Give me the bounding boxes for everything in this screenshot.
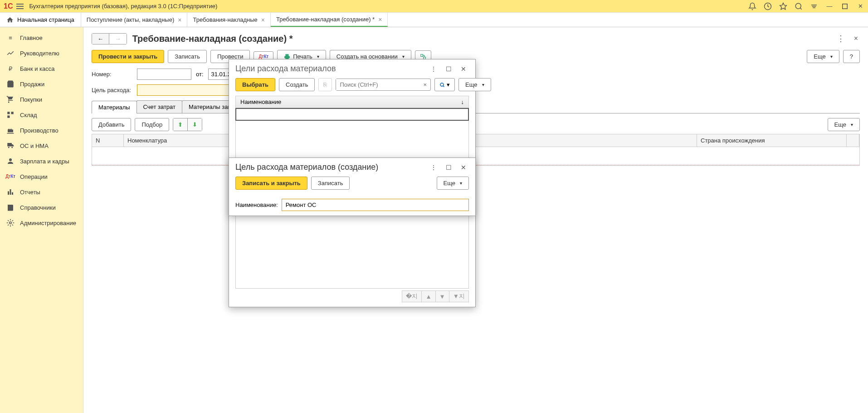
- sidebar-item-operations[interactable]: ДтКтОперации: [0, 169, 83, 184]
- nav-up-icon[interactable]: ▲: [421, 290, 435, 302]
- save-button[interactable]: Записать: [168, 50, 207, 63]
- purpose-label: Цель расхода:: [92, 87, 132, 93]
- sidebar-item-salary[interactable]: Зарплата и кадры: [0, 153, 83, 169]
- dialog-close-icon[interactable]: ✕: [458, 163, 469, 172]
- inner-tab-materials[interactable]: Материалы: [92, 101, 137, 113]
- bell-icon[interactable]: [748, 2, 756, 10]
- home-tab[interactable]: Начальная страница: [0, 13, 81, 27]
- col-name-label: Наименование: [240, 98, 281, 105]
- dialog-maximize-icon[interactable]: ☐: [443, 163, 454, 172]
- sidebar-label: Зарплата и кадры: [20, 158, 69, 165]
- sidebar-item-manager[interactable]: Руководителю: [0, 45, 83, 61]
- dialog2-save-close-button[interactable]: Записать и закрыть: [235, 177, 307, 190]
- app-title: Бухгалтерия предприятия (базовая), редак…: [29, 3, 748, 10]
- svg-rect-7: [843, 4, 848, 9]
- sidebar-item-bank[interactable]: ₽Банк и касса: [0, 61, 83, 76]
- nav-first-icon[interactable]: �지: [402, 290, 422, 302]
- table-more-button[interactable]: Еще: [828, 118, 860, 131]
- sidebar-label: Администрирование: [20, 220, 76, 226]
- dialog1-select-button[interactable]: Выбрать: [235, 78, 275, 91]
- help-button[interactable]: ?: [843, 50, 860, 63]
- title-bar: 1C Бухгалтерия предприятия (базовая), ре…: [0, 0, 868, 13]
- svg-point-12: [11, 147, 13, 148]
- boxes-icon: [6, 111, 15, 119]
- post-close-button[interactable]: Провести и закрыть: [92, 50, 164, 63]
- dialog-menu-icon[interactable]: ⋮: [428, 163, 439, 172]
- tab-close-icon[interactable]: ×: [178, 16, 181, 24]
- number-input[interactable]: [137, 69, 191, 80]
- cart-icon: [6, 95, 15, 103]
- svg-line-3: [800, 8, 801, 9]
- svg-rect-9: [11, 112, 14, 114]
- history-icon[interactable]: [764, 2, 772, 10]
- svg-marker-1: [780, 3, 787, 9]
- select-button[interactable]: Подбор: [135, 118, 169, 131]
- tab-label: Требование-накладная (создание) *: [276, 16, 375, 23]
- close-page-icon[interactable]: ×: [852, 33, 860, 44]
- svg-point-17: [10, 222, 12, 224]
- more-button[interactable]: Еще: [807, 50, 839, 63]
- svg-rect-14: [8, 192, 9, 195]
- forward-button[interactable]: →: [109, 34, 126, 44]
- dialog1-copy-button[interactable]: ⎘: [318, 78, 332, 91]
- dialog1-more-button[interactable]: Еще: [458, 78, 491, 91]
- sidebar-item-warehouse[interactable]: Склад: [0, 107, 83, 123]
- dialog1-create-button[interactable]: Создать: [279, 78, 315, 91]
- maximize-icon[interactable]: [841, 2, 849, 10]
- dialog-menu-icon[interactable]: ⋮: [428, 64, 439, 74]
- dialog1-search-input[interactable]: [336, 79, 419, 90]
- more-menu-icon[interactable]: ⋮: [835, 32, 847, 45]
- sidebar-item-purchases[interactable]: Покупки: [0, 92, 83, 107]
- svg-rect-16: [12, 192, 13, 195]
- dialog2-more-button[interactable]: Еще: [437, 177, 469, 190]
- dialog2-name-input[interactable]: [282, 199, 469, 211]
- move-down-button[interactable]: ⬇: [188, 118, 202, 131]
- dialog1-active-row[interactable]: [235, 108, 469, 121]
- ruble-icon: ₽: [6, 64, 15, 73]
- tabs-bar: Начальная страница Поступление (акты, на…: [0, 13, 868, 27]
- dialog2-save-button[interactable]: Записать: [311, 177, 350, 190]
- search-clear-icon[interactable]: ×: [419, 81, 430, 88]
- minimize-icon[interactable]: —: [825, 2, 834, 10]
- bag-icon: [6, 80, 15, 88]
- table-body[interactable]: [92, 147, 859, 165]
- svg-point-11: [8, 147, 10, 148]
- logo-1c: 1C: [4, 2, 13, 10]
- dialog1-col-header[interactable]: Наименование ↓: [235, 96, 469, 108]
- svg-point-2: [795, 3, 801, 9]
- dialog1-search-button[interactable]: ▾: [434, 78, 455, 91]
- add-button[interactable]: Добавить: [92, 118, 131, 131]
- sidebar-item-reports[interactable]: Отчеты: [0, 184, 83, 200]
- inner-tab-costs[interactable]: Счет затрат: [137, 100, 182, 113]
- tab-close-icon[interactable]: ×: [378, 16, 382, 23]
- menu-icon: ≡: [6, 34, 15, 42]
- close-icon[interactable]: ✕: [856, 2, 864, 10]
- back-button[interactable]: ←: [92, 34, 109, 44]
- purpose-input[interactable]: [137, 84, 237, 96]
- sidebar-item-directories[interactable]: Справочники: [0, 200, 83, 215]
- chart-icon: [6, 49, 15, 57]
- dialog-maximize-icon[interactable]: ☐: [443, 64, 454, 74]
- settings-icon[interactable]: [810, 2, 818, 10]
- tab-0[interactable]: Поступление (акты, накладные) ×: [81, 13, 188, 27]
- menu-icon[interactable]: [16, 4, 24, 9]
- move-up-button[interactable]: ⬆: [173, 118, 188, 131]
- sidebar-label: Покупки: [20, 96, 42, 103]
- sidebar-item-admin[interactable]: Администрирование: [0, 215, 83, 231]
- nav-down-icon[interactable]: ▼: [435, 290, 449, 302]
- star-icon[interactable]: [779, 2, 787, 10]
- tab-1[interactable]: Требования-накладные ×: [187, 13, 271, 27]
- sidebar-item-production[interactable]: Производство: [0, 123, 83, 138]
- search-icon[interactable]: [795, 2, 803, 10]
- sidebar-label: Отчеты: [20, 189, 40, 196]
- sidebar-item-main[interactable]: ≡Главное: [0, 30, 83, 45]
- dialog1-title: Цели расхода материалов: [235, 64, 424, 74]
- sidebar-item-sales[interactable]: Продажи: [0, 76, 83, 92]
- tab-2[interactable]: Требование-накладная (создание) * ×: [271, 13, 388, 27]
- truck-icon: [6, 142, 15, 150]
- tab-close-icon[interactable]: ×: [261, 16, 265, 24]
- sidebar-item-assets[interactable]: ОС и НМА: [0, 138, 83, 153]
- page-title: Требование-накладная (создание) *: [132, 34, 829, 44]
- dialog-close-icon[interactable]: ✕: [458, 64, 469, 74]
- nav-last-icon[interactable]: ▼지: [449, 290, 469, 302]
